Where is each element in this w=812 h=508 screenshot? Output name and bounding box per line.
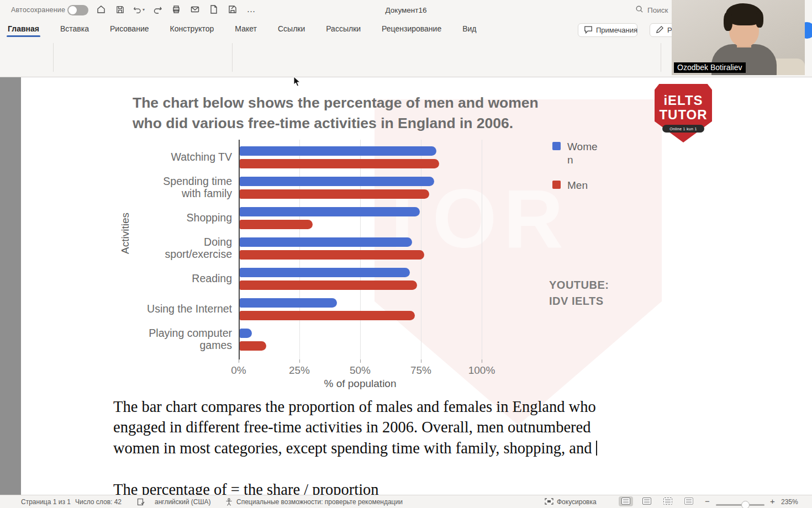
tab-конструктор[interactable]: Конструктор	[169, 22, 215, 35]
chart-plot	[239, 140, 482, 361]
legend-item-men: Men	[552, 179, 599, 192]
tick-mark	[360, 359, 361, 363]
zoom-slider-knob[interactable]	[741, 501, 750, 508]
logo-line1: iELTS	[655, 93, 712, 108]
accessibility-icon[interactable]	[225, 498, 233, 506]
bar-men-5	[240, 281, 417, 290]
category-label: Watching TV	[101, 151, 232, 163]
legend-label: Women	[567, 140, 599, 167]
bar-women-4	[240, 237, 412, 247]
mouse-cursor	[293, 76, 301, 89]
comment-icon	[584, 25, 593, 35]
logo-pill: Online 1 kun 1	[662, 125, 704, 133]
bar-men-4	[240, 250, 424, 260]
tab-вставка[interactable]: Вставка	[59, 22, 90, 35]
tab-рассылки[interactable]: Рассылки	[325, 22, 362, 35]
logo-line2: TUTOR	[655, 107, 712, 123]
document-area: TUTOR The chart below shows the percenta…	[0, 77, 812, 495]
search-placeholder: Поиск	[647, 6, 668, 14]
print-layout-view-button[interactable]	[619, 496, 633, 506]
zoom-out-button[interactable]: −	[705, 496, 710, 506]
legend-item-women: Women	[552, 140, 599, 167]
search-icon	[635, 5, 644, 15]
x-tick-label: 50%	[344, 364, 377, 377]
bar-women-3	[240, 207, 420, 216]
x-tick-label: 75%	[404, 364, 437, 377]
x-tick-label: 25%	[283, 364, 316, 377]
tick-mark	[421, 359, 421, 363]
webcam-overlay: Ozodbek Botiraliev	[672, 0, 805, 75]
draft-view-button[interactable]	[682, 496, 696, 506]
person-hair-side	[724, 12, 732, 31]
zoom-level[interactable]: 235%	[781, 498, 798, 506]
tab-главная[interactable]: Главная	[7, 22, 40, 35]
chart-x-axis-title: % of population	[283, 378, 437, 390]
bar-men-6	[240, 311, 415, 320]
text-cursor	[596, 441, 597, 456]
category-label: Using the Internet	[101, 303, 232, 315]
page-indicator[interactable]: Страница 1 из 1	[21, 498, 71, 506]
tick-mark	[299, 359, 300, 363]
person-hair-side	[756, 11, 763, 28]
gridline	[482, 140, 482, 359]
paragraph-line: The bar chart compares the proportion of…	[113, 396, 693, 417]
status-bar: Страница 1 из 1 Число слов: 42 английски…	[0, 495, 812, 508]
proofing-icon[interactable]	[137, 498, 145, 506]
body-paragraph[interactable]: The bar chart compares the proportion of…	[113, 396, 693, 458]
legend-swatch	[552, 181, 561, 189]
zoom-slider[interactable]	[716, 504, 764, 506]
tab-рисование[interactable]: Рисование	[109, 22, 150, 35]
legend-label: Men	[567, 179, 588, 192]
paragraph-line: engaged in different free-time activitie…	[113, 417, 693, 437]
webcam-name-label: Ozodbek Botiraliev	[674, 62, 746, 73]
reading-view-button[interactable]	[640, 496, 654, 506]
pencil-icon	[656, 25, 664, 35]
bar-women-5	[240, 268, 410, 277]
tab-ссылки[interactable]: Ссылки	[277, 22, 306, 35]
chart-y-axis-title: Activities	[119, 213, 131, 254]
category-label: Playing computergames	[101, 327, 232, 352]
youtube-caption: YOUTUBE: IDV IELTS	[549, 277, 609, 309]
tab-вид[interactable]: Вид	[461, 22, 477, 35]
bar-men-3	[240, 220, 313, 229]
document-page[interactable]: TUTOR The chart below shows the percenta…	[21, 77, 812, 495]
x-tick-label: 100%	[465, 364, 498, 377]
gridline	[299, 140, 300, 359]
category-label: Reading	[101, 273, 232, 285]
gridline	[421, 140, 421, 359]
tab-рецензирование[interactable]: Рецензирование	[381, 22, 442, 35]
word-count[interactable]: Число слов: 42	[75, 498, 122, 506]
gridline	[360, 140, 361, 359]
tick-mark	[482, 359, 482, 363]
chart-heading: The chart below shows the percentage of …	[133, 93, 539, 133]
x-tick-label: 0%	[222, 364, 255, 377]
comments-label: Примечания	[596, 26, 637, 34]
bar-men-2	[240, 189, 429, 199]
focus-mode-button[interactable]: Фокусировка	[557, 498, 597, 506]
bar-men-7	[240, 341, 266, 351]
paragraph-line: women in most categories, except spendin…	[113, 438, 693, 458]
outline-view-button[interactable]	[661, 496, 675, 506]
partial-text-line: The percentage of = the share / proporti…	[113, 481, 379, 495]
chart-legend: WomenMen	[552, 140, 599, 204]
ielts-tutor-logo: iELTS TUTOR Online 1 kun 1	[655, 84, 712, 142]
category-label: Spending timewith family	[101, 176, 232, 200]
bar-men-1	[240, 159, 439, 168]
gridline	[239, 140, 240, 359]
comments-button[interactable]: Примечания	[578, 23, 637, 37]
bar-women-1	[240, 146, 436, 156]
language-indicator[interactable]: английский (США)	[155, 498, 210, 506]
focus-icon	[545, 498, 553, 505]
search-box[interactable]: Поиск	[635, 5, 668, 15]
tick-mark	[239, 359, 239, 363]
bar-women-7	[240, 329, 252, 338]
bar-women-2	[240, 177, 434, 186]
tab-макет[interactable]: Макет	[234, 22, 258, 35]
accessibility-status[interactable]: Специальные возможности: проверьте реком…	[236, 498, 403, 506]
legend-swatch	[552, 142, 561, 150]
zoom-in-button[interactable]: +	[770, 496, 775, 506]
bar-women-6	[240, 298, 337, 308]
